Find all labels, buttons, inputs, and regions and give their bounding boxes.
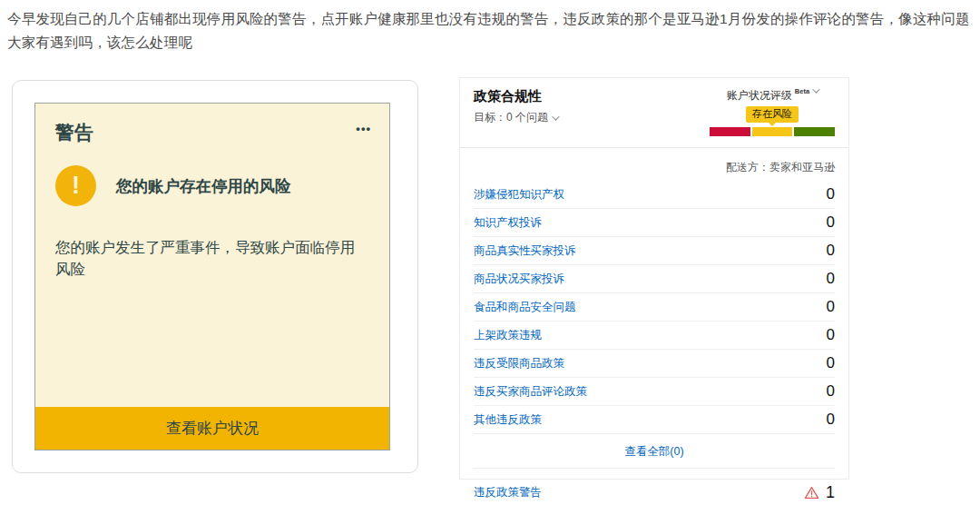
panel-title: 政策合规性 [474, 88, 557, 105]
panel-header: 政策合规性 目标：0 个问题 账户状况评级 Beta 存在风险 [460, 78, 848, 148]
violation-row: 知识产权投诉 0 [474, 209, 835, 237]
warning-card: 警告 ••• ! 您的账户存在停用的风险 您的账户发生了严重事件，导致账户面临停… [34, 103, 390, 451]
goal-label: 目标：0 个问题 [474, 110, 548, 125]
violation-link[interactable]: 上架政策违规 [474, 328, 542, 343]
rating-segment-green [794, 127, 835, 136]
goal-dropdown[interactable]: 目标：0 个问题 [474, 110, 557, 125]
beta-tag: Beta [795, 87, 809, 95]
violation-count: 0 [827, 213, 835, 232]
warning-triangle-icon [804, 486, 819, 500]
rating-dropdown[interactable]: 账户状况评级 Beta [727, 88, 818, 104]
violation-link[interactable]: 商品真实性买家投诉 [474, 243, 576, 259]
violation-link[interactable]: 违反受限商品政策 [474, 356, 564, 371]
warning-card-container: 警告 ••• ! 您的账户存在停用的风险 您的账户发生了严重事件，导致账户面临停… [12, 80, 418, 473]
account-health-rating: 账户状况评级 Beta 存在风险 [710, 88, 835, 136]
rating-label: 账户状况评级 [727, 88, 792, 104]
violation-row: 上架政策违规 0 [474, 322, 835, 350]
more-menu-icon[interactable]: ••• [356, 120, 371, 138]
violation-list: 涉嫌侵犯知识产权 0 知识产权投诉 0 商品真实性买家投诉 0 商品状况买家投诉… [474, 181, 835, 434]
rating-segment-red [710, 127, 750, 136]
warning-alert-heading: 您的账户存在停用的风险 [116, 175, 291, 197]
violation-link[interactable]: 涉嫌侵犯知识产权 [474, 187, 564, 203]
view-all-link[interactable]: 查看全部(0) [624, 445, 683, 458]
violation-count: 0 [827, 242, 835, 260]
warning-card-header: 警告 ••• [35, 104, 389, 151]
policy-compliance-panel: 政策合规性 目标：0 个问题 账户状况评级 Beta 存在风险 配送方：卖家和亚… [459, 77, 849, 480]
violation-count: 0 [827, 298, 835, 316]
policy-warning-row: 违反政策警告 1 [474, 469, 835, 505]
policy-warning-link[interactable]: 违反政策警告 [474, 485, 542, 500]
policy-warning-count: 1 [826, 483, 835, 502]
violation-link[interactable]: 食品和商品安全问题 [474, 300, 576, 315]
fulfillment-label: 配送方：卖家和亚马逊 [474, 148, 835, 181]
chevron-down-icon [552, 113, 559, 120]
health-rating-bar [710, 127, 835, 136]
violation-row: 商品真实性买家投诉 0 [474, 237, 835, 265]
view-all-row: 查看全部(0) [474, 434, 835, 469]
spacer [35, 281, 389, 407]
violation-row: 其他违反政策 0 [474, 406, 835, 434]
panel-body: 配送方：卖家和亚马逊 涉嫌侵犯知识产权 0 知识产权投诉 0 商品真实性买家投诉… [460, 148, 848, 505]
post-text: 今早发现自己的几个店铺都出现停用风险的警告，点开账户健康那里也没有违规的警告，违… [7, 7, 975, 55]
violation-count: 0 [827, 326, 835, 344]
warning-alert-row: ! 您的账户存在停用的风险 [35, 151, 389, 213]
warning-alert-body: 您的账户发生了严重事件，导致账户面临停用风险 [35, 213, 389, 281]
rating-segment-yellow [752, 127, 793, 136]
violation-row: 食品和商品安全问题 0 [474, 293, 835, 322]
policy-warning-value: 1 [804, 483, 835, 502]
violation-count: 0 [827, 270, 835, 288]
violation-count: 0 [827, 185, 835, 203]
violation-link[interactable]: 其他违反政策 [474, 412, 542, 428]
violation-count: 0 [827, 382, 835, 401]
violation-count: 0 [827, 354, 835, 372]
panel-header-left: 政策合规性 目标：0 个问题 [474, 88, 557, 125]
at-risk-badge: 存在风险 [746, 106, 799, 123]
warning-card-title: 警告 [55, 120, 93, 145]
exclamation-circle-icon: ! [55, 165, 96, 206]
violation-row: 违反受限商品政策 0 [474, 350, 835, 378]
violation-row: 涉嫌侵犯知识产权 0 [474, 181, 835, 209]
chevron-down-icon [812, 85, 819, 93]
violation-row: 商品状况买家投诉 0 [474, 265, 835, 293]
view-account-health-button[interactable]: 查看账户状况 [35, 407, 389, 450]
violation-link[interactable]: 违反买家商品评论政策 [474, 384, 587, 400]
violation-link[interactable]: 商品状况买家投诉 [474, 272, 564, 287]
violation-count: 0 [827, 411, 835, 429]
violation-row: 违反买家商品评论政策 0 [474, 378, 835, 406]
violation-link[interactable]: 知识产权投诉 [474, 215, 542, 231]
